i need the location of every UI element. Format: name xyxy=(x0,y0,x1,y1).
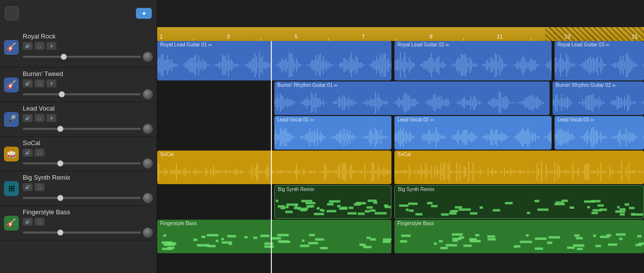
mute-button-socal[interactable]: 🔊 xyxy=(23,149,33,156)
pan-knob-royal-rock[interactable] xyxy=(143,52,153,62)
ruler-number: 5 xyxy=(295,34,298,39)
waveform-svg-10 xyxy=(275,195,391,219)
ruler-number: 1 xyxy=(160,34,163,39)
segment-0[interactable]: Royal Lead Guitar 01 ∞ xyxy=(157,41,391,80)
segment-label-10: Big Synth Remix xyxy=(278,187,314,192)
track-slider-row-fingerstyle-bass xyxy=(23,228,153,237)
pan-knob-lead-vocal[interactable] xyxy=(143,124,153,134)
ruler-number: 13 xyxy=(564,34,570,39)
waveform-svg-6 xyxy=(394,125,552,150)
waveform-svg-3 xyxy=(274,90,550,115)
segment-8[interactable]: SoCal xyxy=(157,151,391,184)
volume-thumb-burnin-tweed[interactable] xyxy=(59,91,65,97)
waveform-svg-5 xyxy=(274,125,391,150)
volume-thumb-socal[interactable] xyxy=(57,160,63,166)
track-icon-burnin-tweed: 🎸 xyxy=(4,78,19,92)
segment-9[interactable]: SoCal xyxy=(394,151,644,184)
download-button-burnin-tweed[interactable]: ⬇ xyxy=(46,79,56,87)
volume-thumb-lead-vocal[interactable] xyxy=(57,126,63,132)
volume-slider-lead-vocal[interactable] xyxy=(23,128,141,130)
volume-slider-big-synth-remix[interactable] xyxy=(23,197,141,199)
waveform-svg-0 xyxy=(157,50,391,80)
volume-slider-socal[interactable] xyxy=(23,162,141,164)
solo-button-fingerstyle-bass[interactable]: 🎧 xyxy=(35,218,44,226)
track-buttons-fingerstyle-bass: 🔊🎧 xyxy=(23,218,153,226)
ruler-number: 3 xyxy=(227,34,230,39)
timeline-area[interactable]: 13579111315 Royal Lead Guitar 01 ∞Royal … xyxy=(157,27,644,273)
waveform-svg-4 xyxy=(553,90,644,115)
download-button-lead-vocal[interactable]: ⬇ xyxy=(46,114,56,122)
segment-label-8: SoCal xyxy=(160,152,173,157)
pan-knob-fingerstyle-bass[interactable] xyxy=(143,228,153,237)
volume-thumb-big-synth-remix[interactable] xyxy=(57,195,63,201)
add-track-button[interactable] xyxy=(5,6,19,20)
track-icon-big-synth-remix: ⊞ xyxy=(4,181,19,196)
volume-slider-royal-rock[interactable] xyxy=(23,56,141,58)
segment-6[interactable]: Lead Vocal 02 ∞ xyxy=(394,116,552,150)
pan-knob-burnin-tweed[interactable] xyxy=(143,89,153,99)
segment-4[interactable]: Burnin' Rhythm Guitar 02 ∞ xyxy=(553,81,644,115)
track-item-big-synth-remix[interactable]: ⊞Big Synth Remix🔊🎧 xyxy=(0,171,157,206)
segment-2[interactable]: Royal Lead Guitar 03 ∞ xyxy=(555,41,644,80)
track-slider-row-royal-rock xyxy=(23,52,153,62)
mute-button-fingerstyle-bass[interactable]: 🔊 xyxy=(23,218,33,226)
waveform-svg-9 xyxy=(394,159,644,184)
segment-label-6: Lead Vocal 02 ∞ xyxy=(397,117,433,122)
volume-slider-fingerstyle-bass[interactable] xyxy=(23,232,141,234)
mute-button-big-synth-remix[interactable]: 🔊 xyxy=(23,183,33,191)
track-item-royal-rock[interactable]: 🎸Royal Rock🔊🎧⬇ xyxy=(0,27,157,68)
track-item-fingerstyle-bass[interactable]: 🎸Fingerstyle Bass🔊🎧 xyxy=(0,206,157,240)
waveform-svg-1 xyxy=(394,50,552,80)
pan-knob-socal[interactable] xyxy=(143,158,153,168)
timeline-header xyxy=(157,0,644,27)
track-name-fingerstyle-bass: Fingerstyle Bass xyxy=(23,208,153,216)
segment-label-12: Fingerstyle Bass xyxy=(160,221,197,226)
track-item-lead-vocal[interactable]: 🎤Lead Vocal🔊🎧⬇ xyxy=(0,102,157,137)
segment-13[interactable]: Fingerstyle Bass xyxy=(394,220,644,253)
segment-11[interactable]: Big Synth Remix xyxy=(394,185,644,219)
track-item-socal[interactable]: 🥁SoCal🔊🎧 xyxy=(0,137,157,171)
track-name-royal-rock: Royal Rock xyxy=(23,33,153,40)
volume-thumb-royal-rock[interactable] xyxy=(61,54,67,60)
volume-thumb-fingerstyle-bass[interactable] xyxy=(57,230,63,235)
pan-knob-big-synth-remix[interactable] xyxy=(143,193,153,203)
solo-button-lead-vocal[interactable]: 🎧 xyxy=(35,114,44,122)
mute-button-burnin-tweed[interactable]: 🔊 xyxy=(23,79,33,87)
segment-10[interactable]: Big Synth Remix xyxy=(274,185,391,219)
segment-label-4: Burnin' Rhythm Guitar 02 ∞ xyxy=(556,82,616,88)
solo-button-burnin-tweed[interactable]: 🎧 xyxy=(35,79,44,87)
segment-7[interactable]: Lead Vocal 03 ∞ xyxy=(555,116,644,150)
smart-controls-button[interactable]: ✦ xyxy=(136,8,152,19)
main-content: 🎸Royal Rock🔊🎧⬇🎸Burnin' Tweed🔊🎧⬇🎤Lead Voc… xyxy=(0,27,644,273)
track-slider-row-socal xyxy=(23,158,153,168)
solo-button-royal-rock[interactable]: 🎧 xyxy=(35,42,44,50)
mute-button-royal-rock[interactable]: 🔊 xyxy=(23,42,33,50)
waveform-svg-7 xyxy=(555,125,644,150)
segment-label-13: Fingerstyle Bass xyxy=(397,221,434,226)
solo-button-socal[interactable]: 🎧 xyxy=(35,149,44,156)
segment-3[interactable]: Burnin' Rhythm Guitar 01 ∞ xyxy=(274,81,550,115)
track-item-burnin-tweed[interactable]: 🎸Burnin' Tweed🔊🎧⬇ xyxy=(0,68,157,102)
segment-12[interactable]: Fingerstyle Bass xyxy=(157,220,391,253)
track-list-header: ✦ xyxy=(0,0,157,27)
track-slider-row-burnin-tweed xyxy=(23,89,153,99)
segment-1[interactable]: Royal Lead Guitar 02 ∞ xyxy=(394,41,552,80)
track-name-burnin-tweed: Burnin' Tweed xyxy=(23,70,153,78)
track-buttons-lead-vocal: 🔊🎧⬇ xyxy=(23,114,153,122)
track-icon-socal: 🥁 xyxy=(4,147,19,161)
download-button-royal-rock[interactable]: ⬇ xyxy=(46,42,56,50)
track-slider-row-big-synth-remix xyxy=(23,193,153,203)
track-controls-big-synth-remix: Big Synth Remix🔊🎧 xyxy=(23,174,153,203)
segment-label-7: Lead Vocal 03 ∞ xyxy=(558,117,594,122)
ruler-number: 15 xyxy=(632,34,638,39)
segment-5[interactable]: Lead Vocal 01 ∞ xyxy=(274,116,391,150)
segment-label-0: Royal Lead Guitar 01 ∞ xyxy=(160,42,212,47)
ruler-number: 11 xyxy=(497,34,503,39)
segment-label-2: Royal Lead Guitar 03 ∞ xyxy=(558,42,609,47)
mute-button-lead-vocal[interactable]: 🔊 xyxy=(23,114,33,122)
track-icon-lead-vocal: 🎤 xyxy=(4,112,19,127)
volume-slider-burnin-tweed[interactable] xyxy=(23,93,141,95)
track-name-lead-vocal: Lead Vocal xyxy=(23,105,153,112)
solo-button-big-synth-remix[interactable]: 🎧 xyxy=(35,183,44,191)
segment-label-9: SoCal xyxy=(397,152,411,157)
